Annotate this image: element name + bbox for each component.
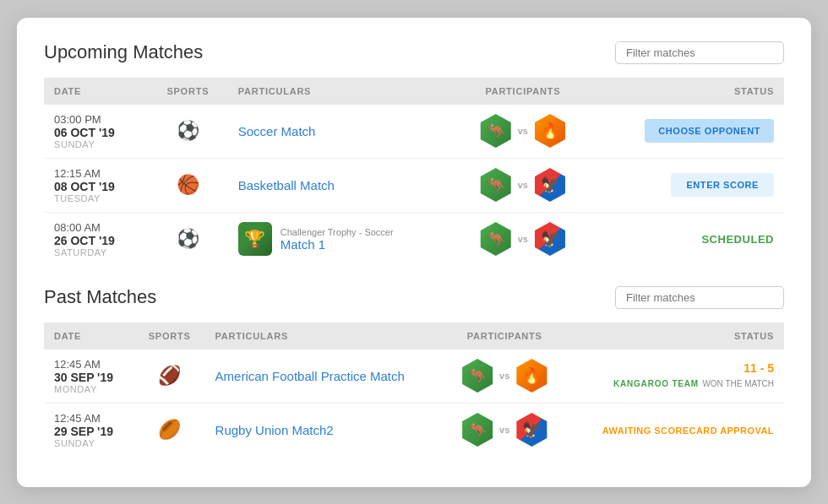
participants-cell: 🦘 vs 🔥 <box>454 105 593 159</box>
participant2-avatar: 🦅 <box>533 222 567 256</box>
date-cell: 03:00 PM 06 OCT '19 SUNDAY <box>44 105 148 159</box>
participant1-avatar: 🦘 <box>479 222 513 256</box>
score-won: WON THE MATCH <box>702 379 774 388</box>
particulars-cell: 🏆 Challenger Trophy - Soccer Match 1 <box>228 212 454 266</box>
date-cell: 08:00 AM 26 OCT '19 SATURDAY <box>44 212 148 266</box>
col-date-upcoming: DATE <box>44 78 148 105</box>
upcoming-header: Upcoming Matches <box>44 41 784 64</box>
upcoming-filter-input[interactable] <box>615 41 784 64</box>
col-sports-upcoming: SPORTS <box>148 78 228 105</box>
particulars-title: Basketball Match <box>238 178 335 192</box>
col-date-past: DATE <box>44 322 134 350</box>
past-table: DATE SPORTS PARTICULARS PARTICIPANTS STA… <box>44 322 784 457</box>
main-card: Upcoming Matches DATE SPORTS PARTICULARS… <box>17 18 811 487</box>
date-cell: 12:15 AM 08 OCT '19 TUESDAY <box>44 158 148 212</box>
past-section: Past Matches DATE SPORTS PARTICULARS PAR… <box>44 286 784 457</box>
upcoming-table-header-row: DATE SPORTS PARTICULARS PARTICIPANTS STA… <box>44 78 784 105</box>
table-row: 12:45 AM 29 SEP '19 SUNDAY 🏉Rugby Union … <box>44 403 784 457</box>
particulars-title: Soccer Match <box>238 124 316 138</box>
past-table-header-row: DATE SPORTS PARTICULARS PARTICIPANTS STA… <box>44 322 784 350</box>
particulars-title: Rugby Union Match2 <box>215 423 334 437</box>
participant2-avatar: 🦅 <box>515 413 548 447</box>
participant2-avatar: 🔥 <box>515 359 548 393</box>
particulars-cell: Basketball Match <box>228 158 454 212</box>
particulars-cell: Rugby Union Match2 <box>205 403 444 457</box>
participant2-avatar: 🦅 <box>533 168 567 202</box>
date-cell: 12:45 AM 29 SEP '19 SUNDAY <box>44 403 134 457</box>
particulars-subtitle: Challenger Trophy - Soccer <box>281 227 394 237</box>
sport-icon: 🏀 <box>177 174 199 195</box>
date-cell: 12:45 AM 30 SEP '19 MONDAY <box>44 350 134 404</box>
participants-cell: 🦘 vs 🦅 <box>454 158 593 212</box>
upcoming-table: DATE SPORTS PARTICULARS PARTICIPANTS STA… <box>44 78 784 266</box>
col-participants-past: PARTICIPANTS <box>443 322 566 350</box>
sport-cell: ⚽ <box>148 105 228 159</box>
table-row: 12:45 AM 30 SEP '19 MONDAY 🏈American Foo… <box>44 350 784 404</box>
participants-cell: 🦘 vs 🦅 <box>443 403 566 457</box>
upcoming-title: Upcoming Matches <box>44 41 203 63</box>
participants-cell: 🦘 vs 🔥 <box>443 350 566 404</box>
choose-opponent-button[interactable]: CHOOSE OPPONENT <box>645 119 774 143</box>
col-participants-upcoming: PARTICIPANTS <box>454 78 593 105</box>
particulars-cell: American Football Practice Match <box>205 350 444 404</box>
participant1-avatar: 🦘 <box>460 413 494 447</box>
vs-label: vs <box>518 234 528 244</box>
participants-cell: 🦘 vs 🦅 <box>454 212 593 266</box>
vs-label: vs <box>518 180 528 190</box>
table-row: 03:00 PM 06 OCT '19 SUNDAY ⚽Soccer Match… <box>44 105 784 159</box>
participant1-avatar: 🦘 <box>460 359 494 393</box>
status-cell: ENTER SCORE <box>592 158 784 212</box>
past-filter-input[interactable] <box>615 286 784 309</box>
table-row: 12:15 AM 08 OCT '19 TUESDAY 🏀Basketball … <box>44 158 784 212</box>
score-value: 11 - 5 <box>576 361 774 375</box>
sport-cell: ⚽ <box>148 212 228 266</box>
vs-label: vs <box>499 371 509 381</box>
status-cell: CHOOSE OPPONENT <box>592 105 784 159</box>
score-winner: KANGAROO TEAM <box>613 379 699 388</box>
enter-score-button[interactable]: ENTER SCORE <box>671 173 774 197</box>
col-particulars-upcoming: PARTICULARS <box>228 78 454 105</box>
status-scheduled: SCHEDULED <box>701 233 774 246</box>
vs-label: vs <box>518 126 528 136</box>
status-cell: AWAITING SCORECARD APPROVAL <box>566 403 784 457</box>
sport-cell: 🏉 <box>134 403 205 457</box>
table-row: 08:00 AM 26 OCT '19 SATURDAY ⚽🏆 Challeng… <box>44 212 784 266</box>
particulars-title: Match 1 <box>281 237 394 252</box>
participant2-avatar: 🔥 <box>533 114 567 148</box>
col-status-past: STATUS <box>566 322 784 350</box>
sport-icon: 🏈 <box>158 365 181 386</box>
status-cell: SCHEDULED <box>592 212 784 266</box>
particulars-text: Challenger Trophy - Soccer Match 1 <box>281 227 394 252</box>
col-particulars-past: PARTICULARS <box>205 322 444 350</box>
sport-icon: ⚽ <box>177 120 199 141</box>
participant1-avatar: 🦘 <box>479 114 513 148</box>
score-winner-line: KANGAROO TEAM WON THE MATCH <box>576 375 774 390</box>
past-header: Past Matches <box>44 286 784 309</box>
status-cell: 11 - 5 KANGAROO TEAM WON THE MATCH <box>566 350 784 404</box>
sport-cell: 🏈 <box>134 350 205 404</box>
col-sports-past: SPORTS <box>134 322 205 350</box>
score-block: 11 - 5 KANGAROO TEAM WON THE MATCH <box>576 361 774 390</box>
vs-label: vs <box>499 425 509 435</box>
col-status-upcoming: STATUS <box>592 78 784 105</box>
sport-cell: 🏀 <box>148 158 228 212</box>
sport-icon: 🏉 <box>158 419 181 440</box>
participant1-avatar: 🦘 <box>479 168 513 202</box>
particulars-cell: Soccer Match <box>228 105 454 159</box>
particulars-title: American Football Practice Match <box>215 369 405 383</box>
past-title: Past Matches <box>44 286 156 308</box>
sport-icon: ⚽ <box>177 228 199 249</box>
trophy-badge: 🏆 <box>238 222 272 256</box>
awaiting-approval-status: AWAITING SCORECARD APPROVAL <box>602 425 774 436</box>
